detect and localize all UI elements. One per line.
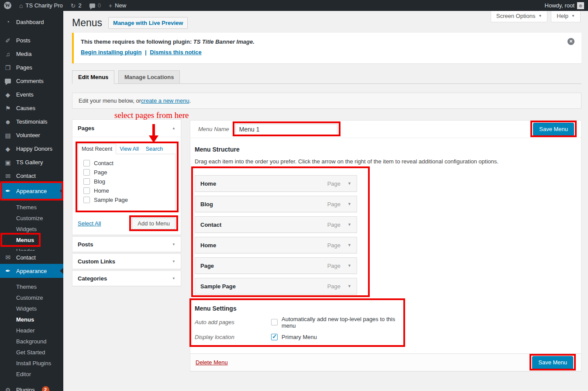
sidebar-item-comments[interactable]: Comments xyxy=(0,74,63,88)
display-location-control[interactable]: Primary Menu xyxy=(271,334,317,340)
sidebar-item-volunteer[interactable]: ▤ Volunteer xyxy=(0,128,63,142)
comments-button[interactable]: 0 xyxy=(86,0,105,11)
create-new-menu-link[interactable]: create a new menu xyxy=(141,97,189,104)
tab-search[interactable]: Search xyxy=(142,144,167,154)
submenu-item-customize[interactable]: Customize xyxy=(0,213,63,224)
sidebar-label: Appearance xyxy=(16,188,47,194)
submenu-item-widgets[interactable]: Widgets xyxy=(0,224,63,235)
chevron-down-icon[interactable]: ▼ xyxy=(347,284,351,288)
chevron-down-icon[interactable]: ▼ xyxy=(172,242,175,246)
sidebar-item-dashboard[interactable]: ◔ Dashboard xyxy=(0,15,63,28)
submenu-item-customize[interactable]: Customize xyxy=(0,292,63,303)
menu-item-home-2[interactable]: Home Page ▼ xyxy=(195,237,357,253)
pages-checklist: Contact Page Blog xyxy=(78,154,175,211)
tab-most-recent[interactable]: Most Recent xyxy=(78,144,116,154)
submenu-item-themes[interactable]: Themes xyxy=(0,281,63,292)
submenu-item-menus[interactable]: Menus xyxy=(0,235,63,246)
account-menu[interactable]: Howdy, root ☻ xyxy=(541,0,588,11)
sidebar-item-contact-second[interactable]: ✉ Contact xyxy=(0,251,63,264)
screen-options-label: Screen Options xyxy=(496,13,536,19)
submenu-item-header[interactable]: Header xyxy=(0,325,63,336)
tab-edit-menus[interactable]: Edit Menus xyxy=(72,70,114,84)
current-menu-arrow-icon xyxy=(60,268,63,274)
page-checkbox-row[interactable]: Home xyxy=(83,186,175,195)
menu-item-blog[interactable]: Blog Page ▼ xyxy=(195,196,357,212)
categories-panel-header[interactable]: Categories ▼ xyxy=(72,271,181,286)
chevron-down-icon[interactable]: ▼ xyxy=(347,263,351,268)
posts-panel-header[interactable]: Posts ▼ xyxy=(72,237,181,252)
submenu-item-install-plugins[interactable]: Install Plugins xyxy=(0,358,63,369)
new-content-button[interactable]: + New xyxy=(105,0,130,11)
chevron-down-icon[interactable]: ▼ xyxy=(347,202,351,206)
sidebar-item-posts[interactable]: ✐ Posts xyxy=(0,34,63,47)
manage-live-preview-button[interactable]: Manage with Live Preview xyxy=(108,17,188,29)
sidebar-item-happy-donors[interactable]: ◆ Happy Donors xyxy=(0,142,63,156)
menu-name-input[interactable] xyxy=(235,124,337,135)
site-link[interactable]: ⌂ TS Charity Pro xyxy=(15,0,67,11)
volunteer-icon: ▤ xyxy=(4,132,12,139)
help-button[interactable]: Help ▼ xyxy=(551,11,581,22)
appearance-submenu: Themes Customize Widgets Menus Header xyxy=(0,199,63,251)
sidebar-item-ts-gallery[interactable]: ▣ TS Gallery xyxy=(0,156,63,169)
save-menu-button-top[interactable]: Save Menu xyxy=(533,123,574,135)
checkbox-unchecked[interactable] xyxy=(83,169,90,176)
chevron-down-icon[interactable]: ▼ xyxy=(347,243,351,247)
dismiss-notice-link[interactable]: Dismiss this notice xyxy=(150,49,201,55)
page-checkbox-row[interactable]: Contact xyxy=(83,159,175,168)
save-menu-button-bottom[interactable]: Save Menu xyxy=(532,356,573,369)
auto-add-control[interactable]: Automatically add new top-level pages to… xyxy=(271,316,400,329)
submenu-item-header-clipped[interactable]: Header xyxy=(0,246,63,251)
tab-manage-locations[interactable]: Manage Locations xyxy=(118,70,180,84)
submenu-item-editor[interactable]: Editor xyxy=(0,369,63,380)
submenu-item-background[interactable]: Background xyxy=(0,336,63,347)
checkbox-unchecked[interactable] xyxy=(83,178,90,185)
causes-icon: ⚑ xyxy=(4,105,12,112)
posts-panel-title: Posts xyxy=(78,241,93,248)
menu-item-contact[interactable]: Contact Page ▼ xyxy=(195,216,357,233)
checkbox-checked[interactable] xyxy=(271,334,278,340)
sidebar-item-appearance-second[interactable]: ✒ Appearance xyxy=(0,264,63,278)
sidebar-item-contact[interactable]: ✉ Contact xyxy=(0,169,63,183)
sidebar-item-causes[interactable]: ⚑ Causes xyxy=(0,101,63,115)
chevron-down-icon[interactable]: ▼ xyxy=(172,277,175,280)
sidebar-item-testimonials[interactable]: ☻ Testimonials xyxy=(0,115,63,128)
chevron-down-icon[interactable]: ▼ xyxy=(347,222,351,227)
custom-links-panel-header[interactable]: Custom Links ▼ xyxy=(72,254,181,269)
tab-view-all[interactable]: View All xyxy=(116,144,142,154)
add-to-menu-button[interactable]: Add to Menu xyxy=(132,218,175,229)
submenu-item-themes[interactable]: Themes xyxy=(0,202,63,213)
updates-button[interactable]: ↻ 2 xyxy=(67,0,86,11)
chevron-down-icon[interactable]: ▼ xyxy=(347,181,351,186)
submenu-item-get-started[interactable]: Get Started xyxy=(0,347,63,358)
wordpress-menu[interactable]: W xyxy=(0,0,15,11)
menu-item-home[interactable]: Home Page ▼ xyxy=(195,175,357,192)
pages-panel-header[interactable]: Pages ▲ xyxy=(72,120,181,137)
dismiss-icon[interactable]: ✕ xyxy=(567,38,574,45)
sidebar-item-pages[interactable]: ❐ Pages xyxy=(0,61,63,74)
envelope-icon: ✉ xyxy=(4,254,12,261)
chevron-up-icon[interactable]: ▲ xyxy=(172,126,175,130)
checkbox-unchecked[interactable] xyxy=(83,187,90,194)
menu-item-sample-page[interactable]: Sample Page Page ▼ xyxy=(195,278,357,294)
sidebar-item-appearance[interactable]: ✒ Appearance xyxy=(0,183,63,199)
submenu-item-menus[interactable]: Menus xyxy=(0,314,63,325)
begin-installing-link[interactable]: Begin installing plugin xyxy=(81,49,141,55)
sidebar-item-events[interactable]: ◆ Events xyxy=(0,88,63,101)
select-all-link[interactable]: Select All xyxy=(78,220,101,227)
sidebar-item-plugins[interactable]: ⚙ Plugins 2 xyxy=(0,383,63,391)
submenu-item-widgets[interactable]: Widgets xyxy=(0,303,63,314)
checkbox-unchecked[interactable] xyxy=(83,160,90,166)
sidebar-item-media[interactable]: ♫ Media xyxy=(0,47,63,61)
page-checkbox-row[interactable]: Page xyxy=(83,168,175,177)
sidebar-label: Comments xyxy=(16,78,44,84)
page-checkbox-row[interactable]: Blog xyxy=(83,177,175,186)
checkbox-unchecked[interactable] xyxy=(271,319,278,325)
menu-item-page[interactable]: Page Page ▼ xyxy=(195,257,357,274)
chevron-down-icon[interactable]: ▼ xyxy=(172,260,175,263)
screen-options-button[interactable]: Screen Options ▼ xyxy=(491,11,548,22)
admin-content: Screen Options ▼ Help ▼ Menus Manage wit… xyxy=(63,11,588,391)
checkbox-unchecked[interactable] xyxy=(83,197,90,203)
page-checkbox-row[interactable]: Sample Page xyxy=(83,195,175,204)
delete-menu-link[interactable]: Delete Menu xyxy=(196,359,228,366)
home-icon: ⌂ xyxy=(19,2,23,9)
